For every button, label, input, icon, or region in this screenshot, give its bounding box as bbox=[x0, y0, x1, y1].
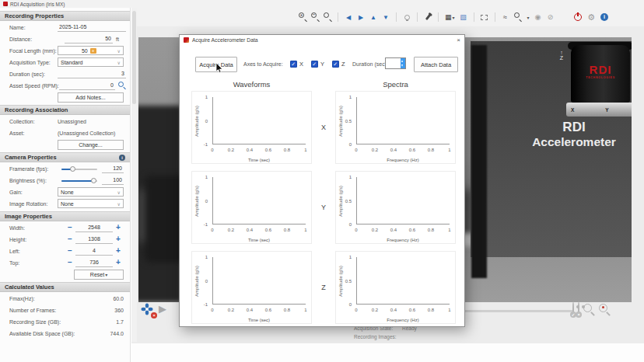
play-button[interactable]: ▶ bbox=[159, 302, 166, 316]
left-input[interactable] bbox=[75, 247, 113, 256]
save-recording-icon[interactable]: ✓ bbox=[572, 302, 574, 316]
dialog-titlebar[interactable]: Acquire Accelerometer Data × bbox=[180, 35, 464, 45]
broadcast-icon[interactable]: ◉ bbox=[534, 12, 542, 22]
duration-label: Duration (sec): bbox=[9, 71, 58, 77]
sidebar-scrollbar[interactable] bbox=[131, 8, 137, 342]
pin-icon[interactable] bbox=[425, 14, 430, 20]
asset-speed-input[interactable] bbox=[59, 82, 115, 90]
distance-unit: ft bbox=[116, 37, 124, 42]
checkbox-axis-x[interactable]: ✓ bbox=[290, 61, 297, 68]
signal-icon[interactable]: ≈ bbox=[502, 12, 509, 22]
zoom-out-icon[interactable]: − bbox=[311, 12, 319, 22]
num-frames-label: Number of Frames: bbox=[9, 308, 114, 313]
discard-recording-icon[interactable]: × bbox=[578, 302, 579, 316]
live-zoom-icon[interactable] bbox=[599, 304, 611, 315]
app-icon bbox=[3, 2, 8, 6]
gain-value: None bbox=[61, 190, 74, 195]
image-rotation-label: Image Rotation: bbox=[9, 201, 58, 207]
top-input[interactable] bbox=[75, 259, 113, 267]
distance-row: Distance: ft bbox=[9, 33, 124, 44]
width-input[interactable] bbox=[75, 224, 113, 232]
column-header-waveforms: Waveforms bbox=[191, 80, 312, 89]
disabled-mode-icon[interactable]: ⊘ bbox=[547, 12, 555, 22]
duration-input[interactable] bbox=[58, 70, 126, 78]
checkbox-axis-z[interactable]: ✓ bbox=[332, 61, 339, 68]
image-rotation-select[interactable]: None ∨ bbox=[58, 199, 124, 208]
top-increment-button[interactable]: + bbox=[113, 259, 124, 266]
name-input[interactable] bbox=[58, 23, 126, 32]
device-logo-sub: TECHNOLOGIES bbox=[571, 76, 630, 79]
brightness-row: Brightness (%): bbox=[9, 175, 124, 186]
pan-left-icon[interactable]: ◀ bbox=[345, 12, 352, 22]
axis-row-label-x: X bbox=[312, 124, 335, 131]
region-select-icon[interactable] bbox=[481, 15, 488, 20]
chevron-down-icon: ∨ bbox=[117, 48, 121, 54]
axis-row-label-z: Z bbox=[312, 284, 335, 291]
dialog-title: Acquire Accelerometer Data bbox=[192, 37, 258, 43]
width-decrement-button[interactable]: − bbox=[65, 224, 75, 231]
change-row: Change... bbox=[9, 139, 124, 150]
zoom-in-icon[interactable]: + bbox=[299, 12, 306, 22]
disk-space-value: 744.0 bbox=[110, 331, 124, 336]
top-decrement-button[interactable]: − bbox=[65, 259, 75, 266]
fmax-value: 60.0 bbox=[113, 296, 124, 301]
info-icon[interactable]: i bbox=[600, 13, 608, 21]
height-decrement-button[interactable]: − bbox=[65, 235, 75, 243]
empty-plot-spectra: Amplitude (g's)10.5000.20.40.60.81Freque… bbox=[335, 171, 456, 244]
empty-plot-waveforms: Amplitude (g's)10-100.20.40.60.81Time (s… bbox=[191, 251, 312, 324]
reset-button[interactable]: Reset ▾ bbox=[74, 270, 124, 280]
zoom-reset-icon[interactable] bbox=[324, 12, 331, 22]
inspect-zoom-icon[interactable] bbox=[514, 12, 522, 22]
caret-down-icon: ▾ bbox=[105, 272, 107, 277]
checkbox-axis-y-label: Y bbox=[320, 61, 324, 68]
review-zoom-icon[interactable] bbox=[583, 304, 595, 315]
image-rotation-row: Image Rotation: None ∨ bbox=[9, 198, 124, 209]
x-badge-icon: × bbox=[576, 312, 582, 318]
empty-plot-waveforms: Amplitude (g's)10-100.20.40.60.81Time (s… bbox=[191, 91, 312, 164]
brightness-input[interactable] bbox=[102, 176, 124, 185]
chevron-down-icon: ∨ bbox=[117, 201, 121, 207]
left-increment-button[interactable]: + bbox=[113, 247, 124, 255]
name-label: Name: bbox=[9, 25, 58, 30]
acquisition-type-select[interactable]: Standard ∨ bbox=[58, 57, 124, 67]
pan-down-icon[interactable]: ▼ bbox=[382, 12, 390, 22]
cooling-fan-indicator: × bbox=[141, 303, 155, 317]
arrow-up-icon: ↑ bbox=[557, 50, 566, 55]
left-decrement-button[interactable]: − bbox=[65, 247, 75, 255]
distance-input[interactable] bbox=[65, 35, 113, 44]
recording-size-label: Recording Size (GB): bbox=[9, 319, 116, 325]
pan-up-icon[interactable]: ▲ bbox=[369, 12, 377, 22]
device-axis-band: X Y bbox=[566, 103, 632, 117]
attach-data-button[interactable]: Attach Data bbox=[414, 57, 458, 72]
section-calculated-values: Calculated Values bbox=[0, 282, 130, 292]
focal-length-select[interactable]: 50 ∨ bbox=[58, 46, 124, 55]
search-rpm-icon[interactable] bbox=[118, 82, 126, 89]
change-button[interactable]: Change... bbox=[58, 140, 124, 150]
section-image-properties: Image Properties bbox=[0, 211, 130, 221]
height-input[interactable] bbox=[75, 235, 113, 244]
height-row: Height: − + bbox=[9, 234, 124, 245]
power-icon[interactable] bbox=[574, 13, 582, 21]
width-increment-button[interactable]: + bbox=[113, 224, 124, 231]
duration-stepper[interactable] bbox=[401, 58, 405, 68]
grid-overlay-icon[interactable]: ▦▾ bbox=[445, 12, 455, 22]
height-increment-button[interactable]: + bbox=[113, 235, 124, 243]
checkbox-axis-y[interactable]: ✓ bbox=[311, 61, 318, 68]
empty-plot-spectra: Amplitude (g's)10.5000.20.40.60.81Freque… bbox=[335, 251, 456, 324]
pan-right-icon[interactable]: ▶ bbox=[357, 12, 365, 22]
framerate-slider[interactable] bbox=[61, 165, 97, 172]
gain-select[interactable]: None ∨ bbox=[58, 187, 124, 197]
camera-info-icon[interactable]: i bbox=[119, 155, 125, 161]
close-icon[interactable]: × bbox=[457, 37, 460, 44]
snapshot-image-icon[interactable]: ▧ bbox=[460, 12, 467, 22]
brightness-slider[interactable] bbox=[61, 177, 97, 184]
dialog-duration-input[interactable] bbox=[385, 57, 406, 69]
lighting-icon[interactable] bbox=[404, 15, 410, 20]
height-label: Height: bbox=[9, 237, 58, 242]
settings-gear-icon[interactable]: ⚙ bbox=[587, 13, 595, 21]
add-notes-button[interactable]: Add Notes... bbox=[58, 92, 124, 103]
framerate-label: Framerate (fps): bbox=[9, 166, 58, 172]
asset-speed-row: Asset Speed (RPM): bbox=[9, 80, 124, 91]
framerate-input[interactable] bbox=[102, 165, 124, 173]
chevron-down-icon: ∨ bbox=[117, 190, 121, 195]
